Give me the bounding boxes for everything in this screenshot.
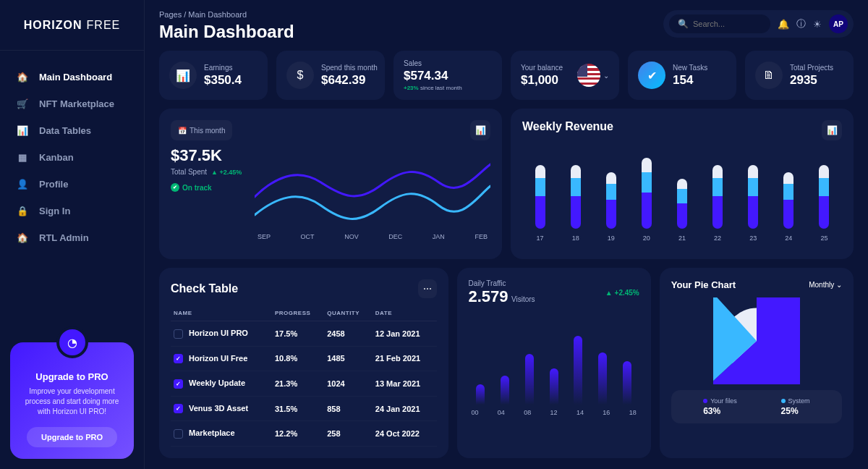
brand-logo: HORIZONFREE bbox=[0, 0, 144, 51]
table-row[interactable]: Marketplace12.2%25824 Oct 2022 bbox=[171, 421, 437, 447]
topbar: Pages / Main Dashboard Main Dashboard 🔍 … bbox=[159, 10, 854, 42]
home-icon: 🏠 bbox=[16, 72, 29, 83]
nav: 🏠Main Dashboard🛒NFT Marketplace📊Data Tab… bbox=[0, 51, 144, 342]
spent-value: $37.5K bbox=[171, 146, 246, 165]
sidebar-item-kanban[interactable]: ▦Kanban bbox=[0, 144, 144, 171]
bar bbox=[476, 384, 485, 405]
bar: 20 bbox=[642, 158, 652, 242]
bar bbox=[623, 361, 631, 405]
weekly-revenue-card: Weekly Revenue 📊 171819202122232425 bbox=[511, 109, 854, 259]
chart-icon-button[interactable]: 📊 bbox=[470, 120, 490, 140]
bell-icon[interactable]: 🔔 bbox=[778, 19, 789, 30]
copy-icon: 🗎 bbox=[755, 62, 783, 89]
upgrade-title: Upgrade to PRO bbox=[20, 371, 124, 382]
checkbox[interactable]: ✓ bbox=[174, 404, 183, 413]
search-icon: 🔍 bbox=[678, 19, 689, 29]
bar: 25 bbox=[819, 165, 829, 242]
theme-icon[interactable]: ☀ bbox=[813, 19, 822, 30]
upgrade-desc: Improve your development process and sta… bbox=[20, 386, 124, 417]
bar: 19 bbox=[606, 172, 616, 242]
sidebar-item-profile[interactable]: 👤Profile bbox=[0, 171, 144, 198]
bars-icon: 📊 bbox=[16, 125, 29, 136]
breadcrumb[interactable]: Pages / Main Dashboard bbox=[159, 10, 294, 19]
stat-new-tasks: ✔New Tasks154 bbox=[628, 51, 736, 100]
total-spent-card: 📅This month 📊 $37.5K Total Spent▲ +2.45%… bbox=[159, 109, 502, 259]
home-icon: 🏠 bbox=[16, 232, 29, 243]
sidebar-item-rtl-admin[interactable]: 🏠RTL Admin bbox=[0, 224, 144, 251]
more-button[interactable]: ⋯ bbox=[418, 279, 437, 298]
sidebar-item-label: Profile bbox=[39, 179, 68, 190]
sidebar-item-label: NFT Marketplace bbox=[39, 98, 114, 109]
stat-spend-this-month: $Spend this month$642.39 bbox=[276, 51, 385, 100]
bar: 23 bbox=[748, 165, 758, 242]
info-icon[interactable]: ⓘ bbox=[796, 17, 806, 30]
user-icon: 👤 bbox=[16, 179, 29, 190]
sidebar-item-nft-marketplace[interactable]: 🛒NFT Marketplace bbox=[0, 90, 144, 117]
upgrade-button[interactable]: Upgrade to PRO bbox=[27, 427, 117, 447]
checkbox[interactable]: ✓ bbox=[174, 354, 183, 363]
pie-chart bbox=[713, 297, 800, 384]
bar bbox=[574, 336, 582, 405]
line-chart: SEPOCTNOVDECJANFEB bbox=[255, 146, 490, 248]
bar bbox=[525, 354, 534, 405]
page-title: Main Dashboard bbox=[159, 22, 294, 42]
stat-total-projects: 🗎Total Projects2935 bbox=[745, 51, 854, 100]
legend-item: Your files63% bbox=[703, 397, 737, 416]
bars-icon: 📊 bbox=[169, 62, 197, 89]
lock-icon: 🔒 bbox=[16, 206, 29, 216]
search-input[interactable] bbox=[693, 20, 762, 28]
bar: 24 bbox=[783, 172, 793, 242]
range-select[interactable]: Monthly ⌄ bbox=[809, 281, 842, 289]
table-row[interactable]: Horizon UI PRO17.5%245812 Jan 2021 bbox=[171, 321, 437, 347]
check-table: NAMEPROGRESSQUANTITYDATE Horizon UI PRO1… bbox=[171, 305, 437, 447]
search-box[interactable]: 🔍 bbox=[669, 14, 770, 33]
bar: 18 bbox=[571, 165, 581, 242]
sidebar: HORIZONFREE 🏠Main Dashboard🛒NFT Marketpl… bbox=[0, 0, 145, 469]
checkbox[interactable]: ✓ bbox=[174, 379, 183, 389]
legend-item: System25% bbox=[781, 397, 810, 416]
chart-icon-button[interactable]: 📊 bbox=[822, 120, 842, 140]
sidebar-item-label: RTL Admin bbox=[39, 232, 89, 243]
flag-us-icon bbox=[577, 64, 600, 87]
bars-icon: 📊 bbox=[827, 125, 838, 135]
pie-chart-card: Your Pie Chart Monthly ⌄ Your files63%Sy… bbox=[660, 268, 854, 458]
table-row[interactable]: ✓Weekly Update21.3%102413 Mar 2021 bbox=[171, 371, 437, 397]
stats-row: 📊Earnings$350.4$Spend this month$642.39S… bbox=[159, 51, 854, 100]
sidebar-item-main-dashboard[interactable]: 🏠Main Dashboard bbox=[0, 64, 144, 90]
sidebar-item-label: Main Dashboard bbox=[39, 72, 112, 83]
spent-change: ▲ +2.45% bbox=[211, 169, 242, 176]
upgrade-card: ◔ Upgrade to PRO Improve your developmen… bbox=[10, 342, 134, 459]
checkbox[interactable] bbox=[174, 429, 183, 439]
stat-sales: Sales$574.34+23% since last month bbox=[393, 51, 502, 100]
check-table-card: Check Table ⋯ NAMEPROGRESSQUANTITYDATE H… bbox=[159, 268, 448, 458]
bar bbox=[501, 376, 509, 405]
bar bbox=[598, 352, 607, 405]
topbar-right: 🔍 🔔 ⓘ ☀ AP bbox=[663, 10, 854, 38]
table-row[interactable]: ✓Horizon UI Free10.8%148521 Feb 2021 bbox=[171, 346, 437, 371]
upgrade-icon: ◔ bbox=[56, 326, 88, 358]
table-row[interactable]: ✓Venus 3D Asset31.5%85824 Jan 2021 bbox=[171, 396, 437, 421]
this-month-pill[interactable]: 📅This month bbox=[171, 120, 232, 140]
checkbox[interactable] bbox=[174, 329, 183, 339]
check-icon: ✔ bbox=[638, 62, 665, 89]
weekly-title: Weekly Revenue bbox=[522, 120, 613, 133]
bar bbox=[550, 368, 558, 405]
sidebar-item-label: Sign In bbox=[39, 206, 70, 216]
sidebar-item-label: Data Tables bbox=[39, 125, 91, 136]
main: Pages / Main Dashboard Main Dashboard 🔍 … bbox=[145, 0, 868, 469]
sidebar-item-data-tables[interactable]: 📊Data Tables bbox=[0, 117, 144, 144]
avatar[interactable]: AP bbox=[829, 14, 848, 33]
chevron-down-icon: ⌄ bbox=[836, 281, 842, 289]
daily-traffic-card: Daily Traffic 2.579 Visitors ▲ +2.45% 00… bbox=[457, 268, 651, 458]
bar: 22 bbox=[712, 165, 723, 242]
bar: 17 bbox=[535, 165, 545, 242]
dollar-icon: $ bbox=[286, 62, 314, 89]
stat-earnings: 📊Earnings$350.4 bbox=[159, 51, 268, 100]
bar: 21 bbox=[677, 179, 687, 242]
sidebar-item-label: Kanban bbox=[39, 152, 74, 163]
table-title: Check Table bbox=[171, 282, 238, 295]
traffic-change: ▲ +2.45% bbox=[605, 289, 639, 297]
chevron-down-icon[interactable]: ⌄ bbox=[603, 72, 609, 80]
cart-icon: 🛒 bbox=[16, 98, 29, 109]
sidebar-item-sign-in[interactable]: 🔒Sign In bbox=[0, 198, 144, 224]
